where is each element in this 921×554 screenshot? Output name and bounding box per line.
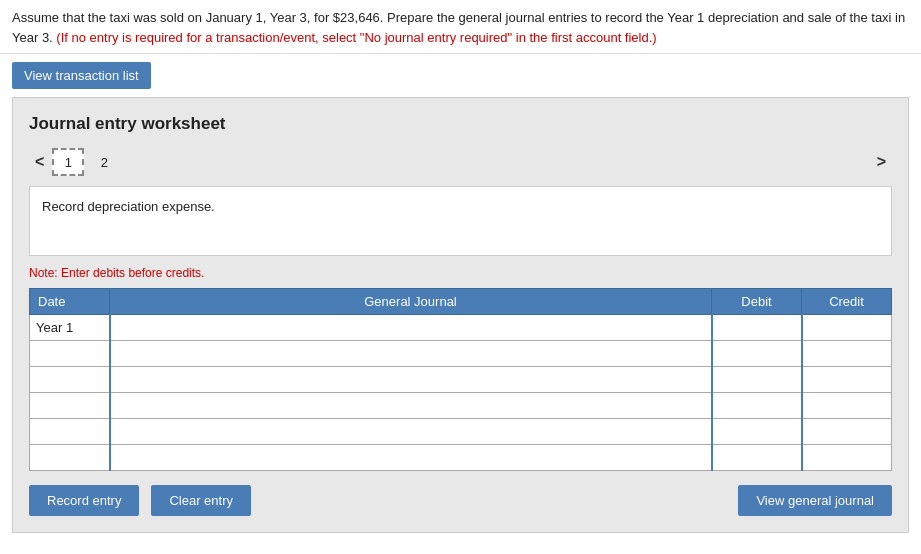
journal-cell-0[interactable] (110, 315, 712, 341)
debit-input-4[interactable] (713, 419, 801, 444)
credit-input-3[interactable] (803, 393, 892, 418)
worksheet-title: Journal entry worksheet (29, 114, 892, 134)
next-arrow-button[interactable]: > (871, 153, 892, 171)
tab-1[interactable]: 1 (52, 148, 84, 176)
journal-cell-1[interactable] (110, 341, 712, 367)
journal-input-2[interactable] (111, 367, 711, 392)
table-row (30, 367, 892, 393)
debit-cell-0[interactable] (712, 315, 802, 341)
date-cell-5 (30, 445, 110, 471)
journal-input-3[interactable] (111, 393, 711, 418)
credit-input-2[interactable] (803, 367, 892, 392)
journal-table: Date General Journal Debit Credit Year 1 (29, 288, 892, 471)
credit-cell-3[interactable] (802, 393, 892, 419)
debit-cell-1[interactable] (712, 341, 802, 367)
worksheet-container: Journal entry worksheet < 1 2 > Record d… (12, 97, 909, 533)
col-header-credit: Credit (802, 289, 892, 315)
description-text: Record depreciation expense. (42, 199, 215, 214)
journal-cell-4[interactable] (110, 419, 712, 445)
debit-cell-2[interactable] (712, 367, 802, 393)
debit-input-0[interactable] (713, 315, 801, 340)
credit-cell-5[interactable] (802, 445, 892, 471)
table-row (30, 419, 892, 445)
date-cell-4 (30, 419, 110, 445)
debit-cell-5[interactable] (712, 445, 802, 471)
journal-input-5[interactable] (111, 445, 711, 470)
debit-input-5[interactable] (713, 445, 801, 470)
debit-input-2[interactable] (713, 367, 801, 392)
journal-cell-5[interactable] (110, 445, 712, 471)
credit-cell-0[interactable] (802, 315, 892, 341)
table-row (30, 393, 892, 419)
debit-input-1[interactable] (713, 341, 801, 366)
table-row (30, 341, 892, 367)
journal-input-4[interactable] (111, 419, 711, 444)
col-header-journal: General Journal (110, 289, 712, 315)
journal-cell-2[interactable] (110, 367, 712, 393)
view-transaction-button[interactable]: View transaction list (12, 62, 151, 89)
col-header-date: Date (30, 289, 110, 315)
date-cell-0: Year 1 (30, 315, 110, 341)
credit-input-4[interactable] (803, 419, 892, 444)
credit-input-0[interactable] (803, 315, 892, 340)
prev-arrow-button[interactable]: < (29, 153, 50, 171)
instruction-block: Assume that the taxi was sold on January… (0, 0, 921, 54)
note-text: Note: Enter debits before credits. (29, 266, 892, 280)
journal-cell-3[interactable] (110, 393, 712, 419)
tab-navigation: < 1 2 > (29, 148, 892, 176)
debit-cell-3[interactable] (712, 393, 802, 419)
clear-entry-button[interactable]: Clear entry (151, 485, 251, 516)
col-header-debit: Debit (712, 289, 802, 315)
view-general-journal-button[interactable]: View general journal (738, 485, 892, 516)
credit-input-5[interactable] (803, 445, 892, 470)
credit-cell-1[interactable] (802, 341, 892, 367)
date-cell-3 (30, 393, 110, 419)
debit-input-3[interactable] (713, 393, 801, 418)
red-instruction-text: (If no entry is required for a transacti… (56, 30, 656, 45)
journal-input-0[interactable] (111, 315, 711, 340)
table-row (30, 445, 892, 471)
journal-input-1[interactable] (111, 341, 711, 366)
credit-cell-4[interactable] (802, 419, 892, 445)
date-cell-1 (30, 341, 110, 367)
description-box: Record depreciation expense. (29, 186, 892, 256)
record-entry-button[interactable]: Record entry (29, 485, 139, 516)
table-row: Year 1 (30, 315, 892, 341)
credit-cell-2[interactable] (802, 367, 892, 393)
date-cell-2 (30, 367, 110, 393)
credit-input-1[interactable] (803, 341, 892, 366)
tab-2[interactable]: 2 (88, 148, 120, 176)
button-row: Record entry Clear entry View general jo… (29, 485, 892, 516)
debit-cell-4[interactable] (712, 419, 802, 445)
